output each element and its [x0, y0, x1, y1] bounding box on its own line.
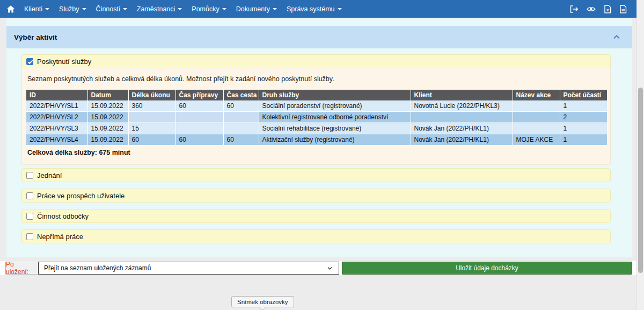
table-cell	[175, 123, 223, 134]
table-cell: Sociální rehabilitace (registrované)	[259, 123, 411, 134]
table-column-header: Klient	[411, 90, 513, 100]
table-cell: 60	[128, 134, 175, 146]
table-cell: 2	[560, 112, 607, 123]
table-column-header: Čas cesta	[223, 90, 259, 100]
scrollbar-track[interactable]	[636, 0, 644, 310]
nav-item-1[interactable]: Služby	[54, 5, 91, 13]
section-bar-3[interactable]: Nepřímá práce	[21, 229, 611, 243]
table-header-row: IDDatumDélka úkonuČas přípravyČas cestaD…	[26, 90, 607, 100]
table-column-header: Počet účastí	[560, 90, 607, 100]
table-cell: Novotná Lucie (2022/PH/KL3)	[411, 100, 513, 112]
section-bar-2[interactable]: Činnost odbočky	[21, 209, 611, 223]
eye-icon[interactable]	[587, 5, 596, 13]
table-cell: 60	[175, 100, 223, 112]
section-label: Práce ve prospěch uživatele	[37, 192, 125, 200]
caret-down-icon	[222, 8, 226, 10]
table-column-header: Datum	[87, 90, 128, 100]
table-row[interactable]: 2022/PH/VY/SL315.09.202215Sociální rehab…	[26, 123, 607, 134]
table-cell: 2022/PH/VY/SL1	[26, 100, 87, 112]
checkbox-poskytnuti-sluzby[interactable]	[26, 58, 33, 65]
scrollbar-thumb[interactable]	[638, 88, 643, 273]
section-label: Nepřímá práce	[37, 233, 83, 241]
screenshot-tooltip: Snímek obrazovky	[231, 296, 294, 307]
services-table: IDDatumDélka úkonuČas přípravyČas cestaD…	[26, 90, 608, 146]
table-cell	[513, 112, 560, 123]
table-cell: Kolektivní registrované odborné poradens…	[259, 112, 411, 123]
after-save-label: Po uložení:	[5, 262, 39, 275]
save-attendance-button[interactable]: Uložit údaje docházky	[342, 262, 632, 275]
nav-item-4[interactable]: Pomůcky	[187, 5, 231, 13]
table-cell: 15.09.2022	[87, 134, 128, 146]
nav-menu: KlientiSlužbyČinnostiZaměstnanciPomůckyD…	[19, 5, 347, 13]
nav-item-label: Klienti	[24, 5, 42, 13]
nav-item-label: Služby	[59, 5, 79, 13]
nav-item-5[interactable]: Dokumenty	[231, 5, 282, 13]
caret-down-icon	[45, 8, 49, 10]
table-cell	[223, 112, 259, 123]
logout-icon[interactable]	[569, 5, 579, 13]
nav-right-icons: x w	[569, 5, 630, 13]
after-save-dropdown-value: Přejít na seznam uložených záznamů	[44, 264, 151, 272]
table-cell: 1	[560, 123, 607, 134]
nav-item-6[interactable]: Správa systému	[282, 5, 347, 13]
excel-file-icon[interactable]: x	[604, 5, 611, 13]
caret-down-icon	[123, 8, 127, 10]
checkbox-1[interactable]	[26, 192, 33, 199]
table-cell: Sociální poradenství (registrované)	[259, 100, 411, 112]
nav-item-label: Pomůcky	[192, 5, 219, 13]
table-column-header: Čas přípravy	[175, 90, 223, 100]
table-cell	[175, 112, 223, 123]
activity-panel-header: Výběr aktivit	[6, 26, 632, 48]
table-column-header: ID	[26, 90, 87, 100]
table-row[interactable]: 2022/PH/VY/SL115.09.20223606060Sociální …	[26, 100, 607, 112]
service-description: Seznam poskytnutých služeb a celková dél…	[26, 75, 606, 83]
table-row[interactable]: 2022/PH/VY/SL215.09.2022Kolektivní regis…	[26, 112, 607, 123]
caret-down-icon	[273, 8, 277, 10]
collapse-chevron-up-icon[interactable]	[612, 33, 625, 41]
nav-item-label: Činnosti	[96, 5, 120, 13]
table-cell: 2022/PH/VY/SL4	[26, 134, 87, 146]
nav-item-2[interactable]: Činnosti	[91, 5, 132, 13]
checkbox-0[interactable]	[26, 172, 33, 179]
section-label: Jednání	[37, 171, 62, 179]
table-cell: 2022/PH/VY/SL3	[26, 123, 87, 134]
section-bar-0[interactable]: Jednání	[21, 168, 611, 182]
table-cell: 15.09.2022	[87, 123, 128, 134]
checkbox-2[interactable]	[26, 213, 33, 220]
nav-item-3[interactable]: Zaměstnanci	[132, 5, 187, 13]
table-cell: 60	[223, 134, 259, 146]
section-body-poskytnuti-sluzby: Seznam poskytnutých služeb a celková dél…	[21, 68, 611, 165]
caret-down-icon	[82, 8, 86, 10]
top-navbar: KlientiSlužbyČinnostiZaměstnanciPomůckyD…	[0, 0, 636, 18]
table-cell: 15.09.2022	[87, 100, 128, 112]
table-cell: MOJE AKCE	[513, 134, 560, 146]
caret-down-icon	[178, 8, 182, 10]
table-column-header: Druh služby	[259, 90, 411, 100]
table-column-header: Délka úkonu	[128, 90, 175, 100]
total-service-length: Celková délka služby: 675 minut	[26, 149, 606, 156]
table-cell: 2022/PH/VY/SL2	[26, 112, 87, 123]
home-icon[interactable]	[6, 5, 15, 13]
table-cell	[513, 100, 560, 112]
table-cell: 15.09.2022	[87, 112, 128, 123]
table-cell: 60	[223, 100, 259, 112]
svg-text:w: w	[621, 8, 625, 12]
chevron-down-icon	[326, 265, 333, 271]
table-row[interactable]: 2022/PH/VY/SL415.09.2022606060Aktivizačn…	[26, 134, 607, 146]
section-bar-poskytnuti-sluzby[interactable]: Poskytnutí služby	[21, 54, 611, 68]
table-cell: Novák Jan (2022/PH/KL1)	[411, 123, 513, 134]
section-label: Poskytnutí služby	[37, 57, 91, 66]
table-cell: 1	[560, 134, 607, 146]
after-save-dropdown[interactable]: Přejít na seznam uložených záznamů	[38, 262, 339, 275]
section-bar-1[interactable]: Práce ve prospěch uživatele	[21, 189, 611, 203]
table-cell	[128, 112, 175, 123]
table-cell: 360	[128, 100, 175, 112]
checkbox-3[interactable]	[26, 233, 33, 240]
word-file-icon[interactable]: w	[619, 5, 627, 13]
table-cell: Novák Jan (2022/PH/KL1)	[411, 134, 513, 146]
table-cell: 15	[128, 123, 175, 134]
nav-item-0[interactable]: Klienti	[19, 5, 54, 13]
nav-item-label: Dokumenty	[236, 5, 270, 13]
table-cell	[513, 123, 560, 134]
table-column-header: Název akce	[513, 90, 560, 100]
